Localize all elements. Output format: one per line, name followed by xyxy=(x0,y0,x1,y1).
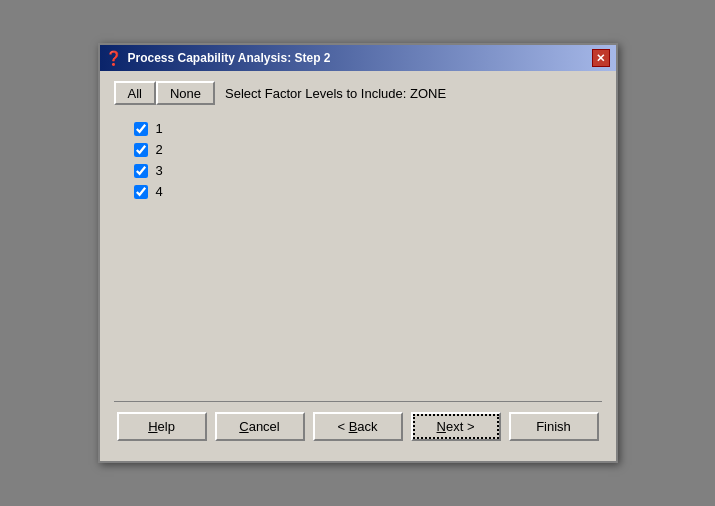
dialog-window: ❓ Process Capability Analysis: Step 2 ✕ … xyxy=(98,43,618,463)
finish-button[interactable]: Finish xyxy=(509,412,599,441)
content-area: 1 2 3 4 xyxy=(114,115,602,395)
checkbox-label-1: 1 xyxy=(156,121,163,136)
checkbox-4[interactable] xyxy=(134,185,148,199)
checkbox-label-3: 3 xyxy=(156,163,163,178)
none-button[interactable]: None xyxy=(156,81,215,105)
title-bar-left: ❓ Process Capability Analysis: Step 2 xyxy=(106,50,331,66)
list-item: 3 xyxy=(134,163,602,178)
list-item: 4 xyxy=(134,184,602,199)
all-button[interactable]: All xyxy=(114,81,156,105)
dialog-icon: ❓ xyxy=(106,50,122,66)
back-button[interactable]: < Back xyxy=(313,412,403,441)
title-bar: ❓ Process Capability Analysis: Step 2 ✕ xyxy=(100,45,616,71)
cancel-button[interactable]: Cancel xyxy=(215,412,305,441)
checkbox-3[interactable] xyxy=(134,164,148,178)
toolbar-row: All None Select Factor Levels to Include… xyxy=(114,81,602,105)
button-row: Help Cancel < Back Next > Finish xyxy=(114,401,602,451)
checkbox-2[interactable] xyxy=(134,143,148,157)
list-item: 1 xyxy=(134,121,602,136)
checkbox-list: 1 2 3 4 xyxy=(114,115,602,205)
dialog-title: Process Capability Analysis: Step 2 xyxy=(128,51,331,65)
close-button[interactable]: ✕ xyxy=(592,49,610,67)
checkbox-label-4: 4 xyxy=(156,184,163,199)
toolbar-instruction: Select Factor Levels to Include: ZONE xyxy=(225,86,446,101)
next-button[interactable]: Next > xyxy=(411,412,501,441)
list-item: 2 xyxy=(134,142,602,157)
checkbox-label-2: 2 xyxy=(156,142,163,157)
dialog-body: All None Select Factor Levels to Include… xyxy=(100,71,616,461)
help-button[interactable]: Help xyxy=(117,412,207,441)
checkbox-1[interactable] xyxy=(134,122,148,136)
